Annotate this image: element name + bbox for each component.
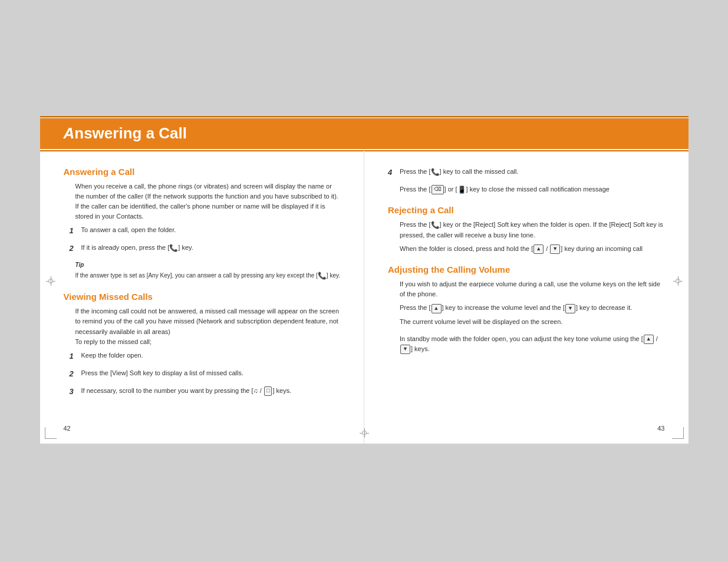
step-1-missed: 1 Keep the folder open. bbox=[64, 351, 341, 362]
section-heading-reject: Rejecting a Call bbox=[388, 205, 665, 215]
step-num-4-missed: 4 bbox=[388, 167, 400, 178]
reject-text-1: Press the [📞] key or the [Reject] Soft k… bbox=[388, 220, 665, 241]
tip-title: Tip bbox=[75, 260, 341, 269]
vol-up-icon: ▲ bbox=[533, 244, 543, 254]
section-answering-a-call: Answering a Call When you receive a call… bbox=[64, 167, 341, 281]
section-heading-volume: Adjusting the Calling Volume bbox=[388, 265, 665, 275]
volume-text-1: If you wish to adjust the earpiece volum… bbox=[388, 279, 665, 299]
step-4-missed: 4 Press the [📞] key to call the missed c… bbox=[388, 167, 665, 178]
missed-call-note: Press the [⌫] or [📱] key to close the mi… bbox=[388, 184, 665, 196]
step-num-1-missed: 1 bbox=[70, 351, 81, 362]
vol-up-key: ▲ bbox=[431, 304, 442, 313]
answering-intro-text: When you receive a call, the phone rings… bbox=[64, 181, 341, 222]
section-heading-missed: Viewing Missed Calls bbox=[64, 292, 341, 302]
missed-calls-intro: If the incoming call could not be answer… bbox=[64, 306, 341, 346]
step-num-3-missed: 3 bbox=[70, 386, 81, 398]
back-key-icon: ⌫ bbox=[431, 185, 444, 194]
step-2-missed-text: Press the [View] Soft key to display a l… bbox=[81, 368, 341, 380]
nav-key-icon: □ bbox=[264, 386, 272, 396]
step-1-missed-text: Keep the folder open. bbox=[81, 351, 341, 362]
step-1-answer: 1 To answer a call, open the folder. bbox=[64, 225, 341, 237]
volume-text-4: In standby mode with the folder open, yo… bbox=[388, 334, 665, 354]
section-rejecting-a-call: Rejecting a Call Press the [📞] key or th… bbox=[388, 205, 665, 254]
phone-icon-reject: 📞 bbox=[431, 221, 440, 229]
step-num-1: 1 bbox=[70, 225, 81, 237]
section-missed-calls-continued: 4 Press the [📞] key to call the missed c… bbox=[388, 167, 665, 196]
document-spread: Answering a Call Answering a Call When y… bbox=[40, 118, 689, 444]
section-adjusting-volume: Adjusting the Calling Volume If you wish… bbox=[388, 265, 665, 353]
left-page: Answering a Call When you receive a call… bbox=[40, 149, 365, 444]
volume-text-3: The current volume level will be display… bbox=[388, 317, 665, 327]
step-3-missed: 3 If necessary, scroll to the number you… bbox=[64, 386, 341, 398]
step-1-text: To answer a call, open the folder. bbox=[81, 225, 341, 237]
step-num-2: 2 bbox=[70, 243, 81, 254]
section-heading-answering: Answering a Call bbox=[64, 167, 341, 177]
step-3-missed-text: If necessary, scroll to the number you w… bbox=[81, 386, 341, 398]
page-number-right: 43 bbox=[657, 425, 664, 432]
down-arrow-key: ▼ bbox=[400, 345, 410, 354]
tip-box: Tip If the answer type is set as [Any Ke… bbox=[75, 260, 341, 281]
step-num-2-missed: 2 bbox=[70, 368, 81, 380]
phone-icon-step2: 📞 bbox=[169, 244, 178, 252]
page-header-bar: Answering a Call bbox=[40, 118, 689, 149]
phone-icon-step4: 📞 bbox=[431, 168, 440, 176]
page-number-left: 42 bbox=[64, 425, 71, 432]
right-page: 4 Press the [📞] key to call the missed c… bbox=[364, 149, 689, 444]
tip-text: If the answer type is set as [Any Key], … bbox=[75, 270, 341, 281]
step-4-missed-text: Press the [📞] key to call the missed cal… bbox=[400, 167, 665, 178]
phone-end-icon: 📱 bbox=[457, 186, 466, 194]
page-title: Answering a Call bbox=[64, 124, 187, 143]
up-arrow-key: ▲ bbox=[644, 335, 654, 344]
music-note-icon: ♫ bbox=[253, 387, 258, 394]
volume-text-2: Press the [▲] key to increase the volume… bbox=[388, 303, 665, 313]
step-2-answer: 2 If it is already open, press the [📞] k… bbox=[64, 243, 341, 254]
step-2-text: If it is already open, press the [📞] key… bbox=[81, 243, 341, 254]
title-italic-a: A bbox=[64, 124, 75, 142]
vol-down-icon: ▼ bbox=[550, 244, 560, 254]
section-viewing-missed-calls: Viewing Missed Calls If the incoming cal… bbox=[64, 292, 341, 398]
phone-icon-tip: 📞 bbox=[318, 272, 327, 280]
step-2-missed: 2 Press the [View] Soft key to display a… bbox=[64, 368, 341, 380]
reject-text-2: When the folder is closed, press and hol… bbox=[388, 244, 665, 254]
vol-down-key: ▼ bbox=[565, 304, 575, 313]
